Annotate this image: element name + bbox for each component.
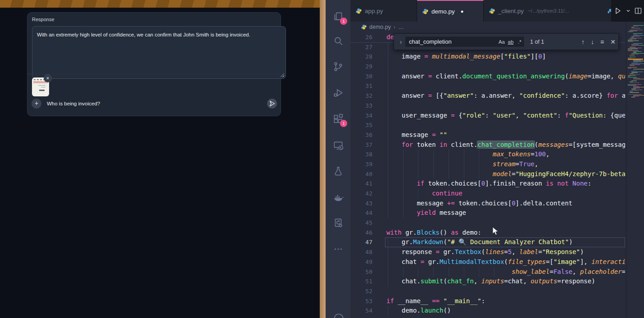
- code-line-33[interactable]: 33: [350, 101, 625, 111]
- settings-file-icon[interactable]: [332, 217, 344, 229]
- remove-attachment-button[interactable]: ✕: [44, 74, 52, 82]
- code-line-37[interactable]: 37 for token in client.chat_completion(m…: [350, 140, 625, 150]
- source-control-icon[interactable]: [332, 61, 344, 73]
- whole-word-button[interactable]: ab: [506, 39, 515, 45]
- find-query-text[interactable]: chat_completion: [409, 38, 497, 45]
- regex-button[interactable]: .*: [515, 39, 524, 45]
- line-number: 47: [350, 237, 372, 247]
- run-debug-icon[interactable]: [332, 87, 344, 99]
- code-line-51[interactable]: 51 chat.submit(chat_fn, inputs=chat, out…: [350, 277, 625, 286]
- breadcrumb-more[interactable]: …: [398, 24, 404, 30]
- line-number: 48: [350, 247, 372, 257]
- screen: Response With an extremely high level of…: [0, 0, 644, 318]
- add-attachment-button[interactable]: +: [32, 99, 41, 109]
- line-number: 30: [350, 72, 372, 82]
- search-icon[interactable]: [332, 35, 344, 47]
- response-textarea[interactable]: With an extremely high level of confiden…: [32, 26, 286, 79]
- testing-flask-icon[interactable]: [332, 165, 344, 177]
- line-number: 55: [350, 316, 372, 318]
- run-python-file-button[interactable]: [613, 6, 622, 15]
- breadcrumb-separator: ›: [394, 24, 395, 30]
- account-icon[interactable]: [332, 313, 344, 318]
- response-text: With an extremely high level of confiden…: [37, 32, 250, 37]
- desktop-gap-strip: [320, 0, 326, 318]
- code-line-36[interactable]: 36 message = "": [350, 130, 625, 140]
- breadcrumb-file[interactable]: demo.py: [369, 24, 391, 30]
- code-area[interactable]: 26def chat_fn(multimodal_message):2728 i…: [350, 32, 625, 318]
- line-number: 51: [350, 277, 372, 286]
- more-actions-icon[interactable]: [332, 243, 344, 255]
- code-line-40[interactable]: 40 model="HuggingFaceH4/zephyr-7b-beta")…: [350, 169, 625, 179]
- window-title-bar: [0, 0, 320, 8]
- tab-app-py[interactable]: app.py: [350, 0, 417, 22]
- invoice-image-thumbnail[interactable]: ✕: [32, 77, 49, 96]
- line-number: 49: [350, 257, 372, 267]
- code-line-47[interactable]: 47 gr.Markdown("# 🔍 Document Analyzer Ch…: [350, 237, 625, 247]
- python-icon: [608, 8, 611, 14]
- code-line-31[interactable]: 31: [350, 81, 625, 91]
- previous-match-button[interactable]: ↑: [581, 38, 585, 45]
- line-number: 45: [350, 218, 372, 228]
- code-line-49[interactable]: 49 chat = gr.MultimodalTextbox(file_type…: [350, 257, 625, 267]
- line-number: 52: [350, 286, 372, 296]
- code-line-55[interactable]: 55: [350, 316, 625, 318]
- code-line-28[interactable]: 28 image = multimodal_message["files"][0…: [350, 52, 625, 62]
- line-number: 31: [350, 81, 372, 91]
- explorer-badge: 1: [340, 18, 347, 25]
- card-divider: [27, 74, 281, 74]
- code-line-41[interactable]: 41 if token.choices[0].finish_reason is …: [350, 179, 625, 189]
- find-in-selection-button[interactable]: ≡: [600, 38, 604, 45]
- close-find-button[interactable]: ✕: [610, 38, 616, 45]
- line-number: 35: [350, 120, 372, 130]
- code-line-54[interactable]: 54 demo.launch(): [350, 306, 625, 316]
- tab-description: ~/.../python3.11/...: [528, 8, 569, 14]
- split-editor-button[interactable]: [634, 7, 642, 15]
- line-number: 27: [350, 42, 372, 52]
- code-line-39[interactable]: 39 stream=True,: [350, 159, 625, 169]
- modified-dot-icon[interactable]: ●: [461, 9, 464, 14]
- code-line-29[interactable]: 29: [350, 62, 625, 72]
- code-line-46[interactable]: 46with gr.Blocks() as demo:: [350, 228, 625, 238]
- run-dropdown-chevron-icon[interactable]: [626, 9, 630, 13]
- code-line-44[interactable]: 44 yield message: [350, 208, 625, 218]
- resize-handle-icon[interactable]: [280, 73, 284, 77]
- next-match-button[interactable]: ↓: [591, 38, 594, 45]
- code-line-45[interactable]: 45: [350, 218, 625, 228]
- extensions-icon[interactable]: 1: [332, 113, 344, 124]
- line-number: 32: [350, 91, 372, 101]
- explorer-files-icon[interactable]: 1: [332, 10, 344, 22]
- question-input[interactable]: Who is being invoiced?: [47, 101, 100, 106]
- python-icon: [422, 9, 428, 14]
- code-line-30[interactable]: 30 answer = client.document_question_ans…: [350, 72, 625, 82]
- line-number: 44: [350, 208, 372, 218]
- code-line-32[interactable]: 32 answer = [{"answer": a.answer, "confi…: [350, 91, 625, 101]
- code-line-48[interactable]: 48 response = gr.Textbox(lines=5, label=…: [350, 247, 625, 257]
- code-line-34[interactable]: 34 user_message = {"role": "user", "cont…: [350, 111, 625, 121]
- code-line-35[interactable]: 35: [350, 120, 625, 130]
- code-line-53[interactable]: 53if __name__ == "__main__":: [350, 296, 625, 306]
- code-line-52[interactable]: 52: [350, 286, 625, 296]
- submit-button[interactable]: [267, 99, 277, 109]
- find-expand-chevron-icon[interactable]: ›: [397, 38, 405, 45]
- code-line-43[interactable]: 43 message += token.choices[0].delta.con…: [350, 199, 625, 209]
- line-number: 33: [350, 101, 372, 111]
- code-line-42[interactable]: 42 continue: [350, 189, 625, 199]
- tab-demo-py[interactable]: demo.py ●: [417, 0, 484, 22]
- minimap[interactable]: [626, 22, 644, 318]
- line-number: 29: [350, 62, 372, 72]
- activity-bar: 1 1: [326, 0, 350, 318]
- extensions-badge: 1: [340, 120, 347, 127]
- tab-label: _client.py: [498, 8, 524, 14]
- docker-icon[interactable]: [332, 191, 344, 203]
- code-line-50[interactable]: 50 show_label=False, placeholder="Upload…: [350, 267, 625, 277]
- remote-explorer-icon[interactable]: [332, 140, 344, 151]
- tab-client-py[interactable]: _client.py ~/.../python3.11/...: [484, 0, 612, 22]
- breadcrumb: demo.py › …: [350, 22, 626, 32]
- find-results-count: 1 of 1: [530, 39, 544, 45]
- vscode-editor: app.py demo.py ● _client.py ~/.../python…: [350, 0, 644, 318]
- match-case-button[interactable]: Aa: [497, 39, 506, 45]
- line-number: 28: [350, 52, 372, 62]
- code-line-38[interactable]: 38 max_tokens=100,: [350, 150, 625, 159]
- find-input[interactable]: chat_completion Aa ab .*: [405, 36, 525, 47]
- plus-icon: +: [35, 100, 38, 107]
